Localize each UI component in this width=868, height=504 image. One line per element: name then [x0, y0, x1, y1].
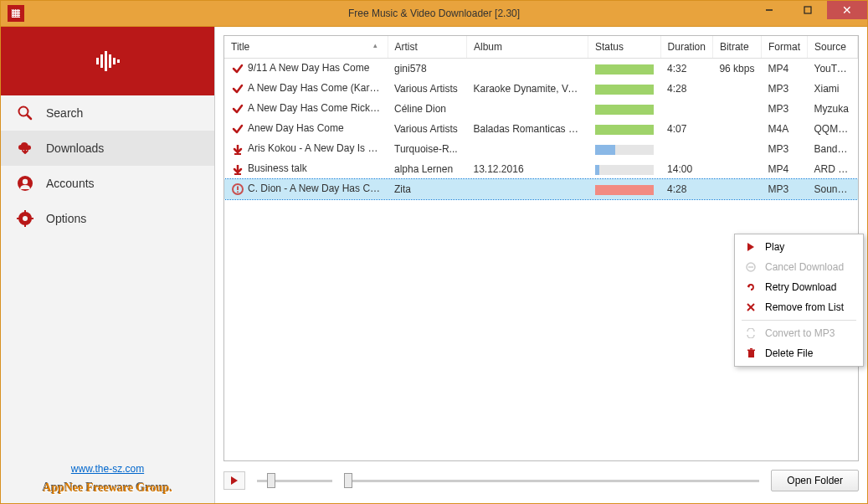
cell-title: Anew Day Has Come	[248, 122, 344, 134]
svg-rect-4	[105, 51, 107, 71]
cell-source: Myzuka	[807, 99, 857, 119]
app-logo-icon	[91, 44, 125, 78]
volume-slider[interactable]	[257, 472, 332, 489]
cell-artist: Various Artists	[388, 79, 467, 99]
col-title[interactable]: Title▴	[224, 36, 388, 59]
col-artist[interactable]: Artist	[388, 36, 467, 59]
cell-album: Karaoke Dynamite, Vol. 23	[467, 79, 588, 99]
cancel-icon	[745, 261, 757, 273]
svg-point-13	[23, 216, 28, 221]
cell-album	[467, 99, 588, 119]
cell-bitrate	[712, 99, 761, 119]
table-row[interactable]: 9/11 A New Day Has Comegini5784:3296 kbp…	[224, 59, 858, 80]
title-bar[interactable]: Free Music & Video Downloader [2.30] ✕	[1, 1, 867, 26]
context-menu: Play Cancel Download Retry Download Remo…	[734, 234, 864, 367]
cell-bitrate	[712, 179, 761, 199]
table-row[interactable]: A New Day Has Come Rick ...Céline DionMP…	[224, 99, 858, 119]
table-row[interactable]: Business talkalpha Lernen13.12.201614:00…	[224, 159, 858, 179]
cell-format: MP4	[761, 59, 807, 80]
cell-format: MP3	[761, 179, 807, 199]
separator	[742, 320, 856, 321]
table-row[interactable]: Aris Kokou - A New Day Is C...Turquoise-…	[224, 139, 858, 159]
ctx-delete-file[interactable]: Delete File	[735, 343, 863, 363]
sidebar-item-options[interactable]: Options	[1, 201, 214, 236]
col-bitrate[interactable]: Bitrate	[712, 36, 761, 59]
svg-rect-32	[748, 351, 754, 357]
cell-bitrate	[712, 159, 761, 179]
table-row[interactable]: C. Dion - A New Day Has Co...Zita4:28MP3…	[224, 179, 858, 199]
minimize-button[interactable]	[750, 1, 788, 19]
table-row[interactable]: Anew Day Has ComeVarious ArtistsBaladas …	[224, 119, 858, 139]
check-icon	[231, 102, 244, 116]
cell-source: YouTube	[807, 59, 857, 80]
website-link[interactable]: www.the-sz.com	[1, 460, 214, 478]
svg-rect-33	[747, 350, 755, 352]
cell-bitrate: 96 kbps	[712, 59, 761, 80]
cell-artist: Turquoise-R...	[388, 139, 467, 159]
cell-album: Baladas Romanticas - In...	[467, 119, 588, 139]
cell-duration: 4:28	[660, 179, 712, 199]
window-title: Free Music & Video Downloader [2.30]	[348, 8, 520, 19]
sidebar-label: Options	[46, 212, 86, 225]
search-icon	[16, 104, 34, 122]
play-button[interactable]	[223, 471, 245, 490]
svg-rect-5	[109, 54, 111, 68]
svg-rect-17	[30, 218, 33, 219]
cell-album	[467, 139, 588, 159]
svg-marker-25	[231, 476, 238, 485]
col-album[interactable]: Album	[467, 36, 588, 59]
cell-source: BandC...	[807, 139, 857, 159]
table-row[interactable]: A New Day Has Come (Karao...Various Arti…	[224, 79, 858, 99]
progress-slider[interactable]	[344, 472, 759, 489]
cell-bitrate	[712, 119, 761, 139]
col-format[interactable]: Format	[761, 36, 807, 59]
cell-source: Sound...	[807, 179, 857, 199]
maximize-button[interactable]	[788, 1, 827, 19]
sidebar-label: Downloads	[46, 141, 104, 155]
ctx-cancel-download: Cancel Download	[735, 257, 863, 277]
cell-title: 9/11 A New Day Has Come	[248, 62, 369, 74]
cell-status	[588, 139, 661, 159]
cell-duration: 14:00	[660, 159, 712, 179]
close-button[interactable]: ✕	[827, 1, 867, 19]
cell-source: QQMu...	[807, 119, 857, 139]
sidebar: Search Downloads Accounts Options www.th…	[1, 27, 215, 503]
col-duration[interactable]: Duration	[660, 36, 712, 59]
cell-status	[588, 59, 661, 80]
cell-source: Xiami	[807, 79, 857, 99]
brand-label: AppNee Freeware Group.	[1, 478, 214, 503]
cell-album	[467, 59, 588, 80]
cell-title: Aris Kokou - A New Day Is C...	[248, 142, 383, 154]
content-area: Search Downloads Accounts Options www.th…	[1, 26, 867, 503]
col-source[interactable]: Source	[807, 36, 857, 59]
svg-rect-16	[17, 218, 20, 219]
sidebar-item-downloads[interactable]: Downloads	[1, 131, 214, 166]
check-icon	[231, 62, 244, 75]
cell-artist: Various Artists	[388, 119, 467, 139]
sidebar-item-accounts[interactable]: Accounts	[1, 166, 214, 201]
trash-icon	[745, 347, 757, 359]
ctx-convert-mp3: Convert to MP3	[735, 323, 863, 343]
open-folder-button[interactable]: Open Folder	[771, 470, 859, 491]
sidebar-label: Search	[46, 106, 83, 120]
error-icon	[231, 183, 244, 196]
cell-duration	[660, 99, 712, 119]
ctx-play[interactable]: Play	[735, 237, 863, 257]
convert-icon	[745, 327, 757, 339]
col-status[interactable]: Status	[588, 36, 661, 59]
check-icon	[231, 122, 244, 136]
cell-album	[467, 179, 588, 199]
cell-format: M4A	[761, 119, 807, 139]
cell-artist: gini578	[388, 59, 467, 80]
cell-album: 13.12.2016	[467, 159, 588, 179]
ctx-retry-download[interactable]: Retry Download	[735, 277, 863, 297]
cell-bitrate	[712, 79, 761, 99]
svg-point-24	[237, 191, 239, 193]
user-icon	[16, 174, 34, 193]
svg-marker-26	[747, 243, 754, 251]
cell-artist: Céline Dion	[388, 99, 467, 119]
ctx-remove-from-list[interactable]: Remove from List	[735, 297, 863, 317]
svg-rect-3	[100, 54, 103, 68]
sidebar-item-search[interactable]: Search	[1, 95, 214, 131]
cell-status	[588, 179, 661, 199]
